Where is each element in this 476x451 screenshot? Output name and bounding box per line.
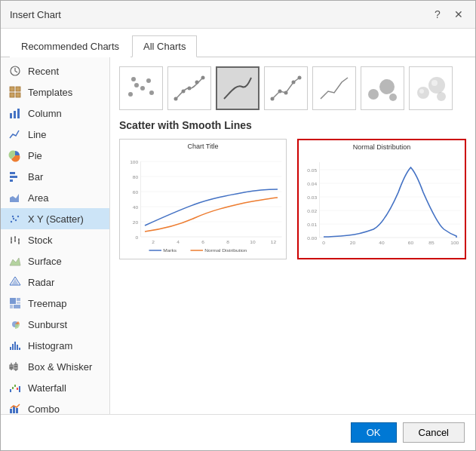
sidebar-item-area[interactable]: Area bbox=[1, 187, 109, 208]
cancel-button[interactable]: Cancel bbox=[403, 422, 465, 443]
svg-rect-48 bbox=[17, 388, 18, 390]
preview-right[interactable]: Normal Distribution 0.00 0.01 0.02 bbox=[297, 139, 466, 259]
insert-chart-dialog: Insert Chart ? ✕ Recommended Charts All … bbox=[0, 0, 476, 451]
box-whisker-icon bbox=[8, 360, 22, 373]
svg-point-16 bbox=[12, 216, 14, 217]
svg-text:2: 2 bbox=[152, 239, 155, 244]
svg-text:0.05: 0.05 bbox=[307, 167, 317, 173]
sidebar-item-treemap-label: Treemap bbox=[28, 298, 67, 309]
svg-text:4: 4 bbox=[177, 239, 180, 244]
svg-point-54 bbox=[134, 83, 139, 87]
sidebar-item-pie-label: Pie bbox=[28, 150, 42, 161]
svg-point-53 bbox=[128, 92, 133, 97]
sidebar-item-area-label: Area bbox=[28, 192, 48, 204]
sidebar-item-sunburst[interactable]: Sunburst bbox=[1, 314, 109, 335]
surface-icon bbox=[8, 254, 22, 268]
svg-rect-38 bbox=[19, 348, 20, 350]
svg-text:40: 40 bbox=[379, 240, 385, 245]
svg-text:20: 20 bbox=[133, 219, 139, 225]
preview-left[interactable]: Chart Title 0 20 40 60 bbox=[119, 139, 287, 259]
svg-text:100: 100 bbox=[450, 240, 459, 245]
sidebar-item-sunburst-label: Sunburst bbox=[28, 319, 67, 330]
sidebar-item-xy-scatter[interactable]: X Y (Scatter) bbox=[1, 208, 109, 229]
sidebar-item-combo-label: Combo bbox=[28, 403, 60, 415]
chart-icon-scatter-straight-marks[interactable] bbox=[264, 66, 308, 110]
histogram-icon bbox=[8, 339, 22, 352]
sidebar-item-bar[interactable]: Bar bbox=[1, 166, 109, 187]
footer: OK Cancel bbox=[1, 414, 475, 450]
sidebar-item-combo[interactable]: Combo bbox=[1, 398, 109, 414]
sidebar-item-line[interactable]: Line bbox=[1, 124, 109, 145]
svg-rect-36 bbox=[14, 342, 16, 350]
svg-rect-31 bbox=[10, 305, 13, 308]
sidebar-item-column[interactable]: Column bbox=[1, 103, 109, 124]
svg-point-70 bbox=[379, 79, 395, 94]
ok-button[interactable]: OK bbox=[351, 422, 397, 443]
svg-rect-9 bbox=[10, 176, 17, 178]
chart-icon-bubble[interactable] bbox=[361, 66, 404, 110]
sidebar-item-surface-label: Surface bbox=[28, 256, 62, 267]
help-button[interactable]: ? bbox=[430, 7, 445, 22]
title-bar-controls: ? ✕ bbox=[430, 7, 466, 22]
combo-icon bbox=[8, 402, 22, 414]
sidebar-item-recent-label: Recent bbox=[28, 66, 59, 77]
tab-all-charts[interactable]: All Charts bbox=[132, 35, 197, 57]
sidebar-item-recent[interactable]: Recent bbox=[1, 60, 109, 81]
sidebar-item-radar[interactable]: Radar bbox=[1, 272, 109, 293]
preview-right-title: Normal Distribution bbox=[299, 143, 465, 151]
area-icon bbox=[8, 191, 22, 204]
sidebar-item-stock[interactable]: Stock bbox=[1, 229, 109, 250]
stock-icon bbox=[8, 233, 22, 247]
svg-point-65 bbox=[278, 90, 282, 94]
chart-icon-bubble-3d[interactable] bbox=[409, 66, 453, 110]
svg-text:0.04: 0.04 bbox=[307, 181, 317, 186]
svg-text:40: 40 bbox=[133, 204, 139, 210]
svg-text:6: 6 bbox=[201, 239, 204, 244]
svg-point-68 bbox=[298, 76, 302, 80]
chart-icon-scatter-smooth[interactable] bbox=[216, 66, 259, 110]
treemap-icon bbox=[8, 296, 22, 310]
svg-text:85: 85 bbox=[428, 240, 435, 245]
dialog-title: Insert Chart bbox=[10, 9, 61, 20]
svg-rect-29 bbox=[17, 298, 20, 301]
svg-point-67 bbox=[292, 81, 296, 84]
svg-rect-37 bbox=[17, 345, 18, 350]
sidebar-item-box-whisker[interactable]: Box & Whisker bbox=[1, 356, 109, 377]
sidebar: Recent Templates Column Li bbox=[1, 57, 110, 414]
svg-rect-30 bbox=[17, 302, 20, 304]
svg-rect-1 bbox=[10, 87, 14, 91]
sidebar-item-waterfall[interactable]: Waterfall bbox=[1, 377, 109, 398]
chart-icon-scatter-dots[interactable] bbox=[119, 66, 163, 110]
sidebar-item-stock-label: Stock bbox=[28, 235, 53, 246]
svg-point-60 bbox=[182, 90, 186, 94]
svg-rect-3 bbox=[10, 93, 14, 97]
svg-point-76 bbox=[437, 92, 446, 101]
tab-recommended-charts[interactable]: Recommended Charts bbox=[10, 35, 131, 57]
svg-text:100: 100 bbox=[130, 159, 139, 164]
sidebar-item-bar-label: Bar bbox=[28, 171, 43, 183]
chart-icon-scatter-straight[interactable] bbox=[312, 66, 356, 110]
close-button[interactable]: ✕ bbox=[451, 7, 466, 22]
svg-text:8: 8 bbox=[226, 239, 229, 244]
svg-point-55 bbox=[140, 86, 145, 91]
templates-icon bbox=[8, 85, 22, 99]
svg-rect-45 bbox=[10, 389, 11, 392]
svg-rect-8 bbox=[10, 172, 15, 174]
sidebar-item-waterfall-label: Waterfall bbox=[28, 382, 66, 394]
svg-text:10: 10 bbox=[250, 239, 256, 244]
svg-point-71 bbox=[389, 94, 397, 101]
sidebar-item-templates[interactable]: Templates bbox=[1, 81, 109, 103]
chart-type-name: Scatter with Smooth Lines bbox=[119, 119, 466, 131]
svg-rect-49 bbox=[19, 386, 20, 392]
svg-text:0.03: 0.03 bbox=[307, 195, 317, 200]
chart-icon-scatter-smooth-marks[interactable] bbox=[167, 66, 211, 110]
svg-rect-52 bbox=[16, 408, 18, 413]
sidebar-item-surface[interactable]: Surface bbox=[1, 250, 109, 272]
svg-rect-10 bbox=[10, 179, 13, 182]
sidebar-item-treemap[interactable]: Treemap bbox=[1, 293, 109, 314]
sidebar-item-box-whisker-label: Box & Whisker bbox=[28, 361, 92, 373]
svg-point-69 bbox=[368, 89, 379, 100]
sidebar-item-histogram[interactable]: Histogram bbox=[1, 335, 109, 356]
svg-point-13 bbox=[13, 218, 14, 219]
sidebar-item-pie[interactable]: Pie bbox=[1, 145, 109, 166]
